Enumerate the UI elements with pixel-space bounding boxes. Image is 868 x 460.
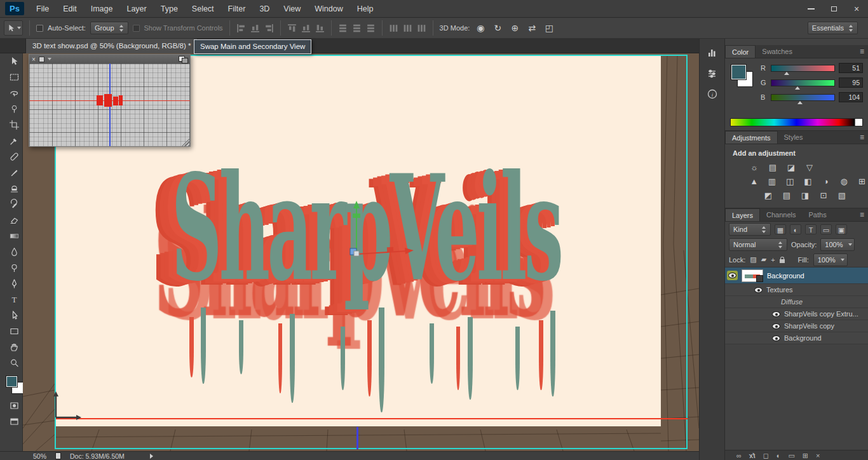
dodge-tool[interactable] <box>6 260 22 276</box>
status-options-arrow-icon[interactable] <box>150 454 153 459</box>
menu-select[interactable]: Select <box>185 0 221 18</box>
canvas-viewport[interactable]: SharpVeils <box>23 53 699 451</box>
eye-icon[interactable] <box>772 323 780 329</box>
lock-image-icon[interactable]: ▰ <box>761 255 766 264</box>
rectangular-marquee-tool[interactable] <box>6 69 22 85</box>
blend-mode-dropdown[interactable]: Normal <box>729 238 787 251</box>
red-channel-slider[interactable] <box>771 65 835 72</box>
show-transform-checkbox[interactable] <box>133 25 140 32</box>
brightness-contrast-icon[interactable]: ☼ <box>748 163 761 173</box>
menu-file[interactable]: File <box>29 0 56 18</box>
eye-icon[interactable] <box>728 273 736 278</box>
green-channel-slider[interactable] <box>771 79 835 86</box>
color-balance-icon[interactable]: ◫ <box>784 177 796 187</box>
layer-row-sharpveils-copy-extrusion[interactable]: SharpVeils copy Extru... <box>725 308 868 320</box>
layer-name[interactable]: Background <box>784 334 822 342</box>
filter-type-layers-icon[interactable]: T <box>805 224 817 234</box>
photo-filter-icon[interactable]: ◑ <box>820 177 832 187</box>
menu-help[interactable]: Help <box>350 0 381 18</box>
color-spectrum-ramp[interactable] <box>730 118 863 126</box>
gizmo-x-axis[interactable] <box>356 251 407 254</box>
gradient-map-icon[interactable]: ▧ <box>836 191 848 201</box>
opacity-dropdown[interactable]: 100% <box>820 238 855 251</box>
filter-shape-layers-icon[interactable]: ▭ <box>820 224 832 234</box>
shape-tool[interactable] <box>6 323 22 339</box>
selective-color-icon[interactable]: ⊡ <box>817 191 830 201</box>
blue-channel-slider[interactable] <box>771 94 835 101</box>
chevron-down-icon[interactable] <box>48 58 51 60</box>
eye-icon[interactable] <box>772 335 780 341</box>
menu-view[interactable]: View <box>276 0 308 18</box>
layer-row-background-texture[interactable]: Background <box>725 332 868 344</box>
layer-row-background-3d[interactable]: Background <box>725 267 868 284</box>
path-selection-tool[interactable] <box>6 308 22 323</box>
threshold-icon[interactable]: ◨ <box>799 191 811 201</box>
levels-icon[interactable]: ▤ <box>766 163 779 173</box>
screen-mode-button[interactable] <box>6 414 22 430</box>
distribute-vertical-centers-icon[interactable] <box>352 24 362 33</box>
filter-smart-objects-icon[interactable]: ▣ <box>836 224 847 234</box>
align-bottom-edges-icon[interactable] <box>315 24 325 33</box>
red-slider-thumb[interactable] <box>784 72 789 75</box>
align-horizontal-centers-icon[interactable] <box>301 24 311 33</box>
3d-move-gizmo[interactable] <box>312 198 420 262</box>
secondary-view-close-icon[interactable]: × <box>32 56 36 63</box>
zoom-tool[interactable] <box>6 355 22 371</box>
eraser-tool[interactable] <box>6 212 22 228</box>
lock-transparency-icon[interactable]: ▨ <box>750 255 756 264</box>
layer-name[interactable]: Background <box>767 272 804 280</box>
panel-foreground-swatch[interactable] <box>731 65 746 79</box>
hue-saturation-icon[interactable]: ▥ <box>766 177 778 187</box>
tab-styles[interactable]: Styles <box>778 131 810 144</box>
properties-panel-icon[interactable] <box>703 65 721 81</box>
foreground-color-swatch[interactable] <box>6 376 17 387</box>
pen-tool[interactable] <box>6 276 22 292</box>
tool-preset-picker[interactable] <box>4 20 23 36</box>
crop-tool[interactable] <box>6 117 22 133</box>
type-tool[interactable]: T <box>6 292 22 308</box>
quick-mask-button[interactable] <box>6 398 22 414</box>
add-mask-icon[interactable]: ◻ <box>763 451 769 460</box>
layer-row-sharpveils-copy[interactable]: SharpVeils copy <box>725 320 868 332</box>
gizmo-y-scale-handle[interactable] <box>353 213 360 218</box>
3d-drag-mode-icon[interactable]: ⊕ <box>508 22 521 34</box>
quick-selection-tool[interactable] <box>6 101 22 117</box>
secondary-view-window[interactable]: × <box>29 54 191 147</box>
gizmo-center-cube[interactable] <box>354 251 359 256</box>
panel-menu-icon[interactable]: ≡ <box>860 133 864 142</box>
lasso-tool[interactable] <box>6 85 22 101</box>
tab-paths[interactable]: Paths <box>803 208 833 221</box>
eye-icon[interactable] <box>754 287 763 293</box>
histogram-panel-icon[interactable] <box>703 44 721 60</box>
black-white-icon[interactable]: ◧ <box>802 177 814 187</box>
tab-channels[interactable]: Channels <box>760 208 802 221</box>
auto-select-scope-dropdown[interactable]: Group <box>90 22 128 34</box>
invert-icon[interactable]: ◩ <box>762 191 775 201</box>
menu-image[interactable]: Image <box>84 0 120 18</box>
vibrance-icon[interactable]: ▲ <box>748 177 760 187</box>
exposure-icon[interactable]: ▽ <box>803 163 816 173</box>
brush-tool[interactable] <box>6 165 22 180</box>
layer-name[interactable]: Diffuse <box>781 298 803 306</box>
link-layers-icon[interactable]: ∞ <box>736 451 742 460</box>
tab-layers[interactable]: Layers <box>725 208 760 221</box>
eyedropper-tool[interactable] <box>6 133 22 149</box>
new-adjustment-layer-icon[interactable]: ◐ <box>776 451 781 460</box>
panel-menu-icon[interactable]: ≡ <box>860 210 864 219</box>
eye-icon[interactable] <box>772 311 780 317</box>
tab-adjustments[interactable]: Adjustments <box>725 131 778 144</box>
blur-tool[interactable] <box>6 244 22 260</box>
panel-menu-icon[interactable]: ≡ <box>860 47 864 56</box>
layer-row-diffuse[interactable]: Diffuse <box>725 296 868 308</box>
zoom-level[interactable]: 50% <box>33 452 46 460</box>
3d-rotate-mode-icon[interactable]: ◉ <box>474 22 487 34</box>
posterize-icon[interactable]: ▤ <box>780 191 793 201</box>
move-tool[interactable] <box>6 53 22 69</box>
secondary-view-titlebar[interactable]: × <box>29 55 190 64</box>
distribute-top-edges-icon[interactable] <box>338 24 348 33</box>
close-button[interactable]: × <box>845 0 868 17</box>
layer-filter-kind-dropdown[interactable]: Kind <box>729 223 771 236</box>
fill-dropdown[interactable]: 100% <box>813 254 848 266</box>
visibility-badge[interactable] <box>727 271 738 280</box>
secondary-view-resize-grip[interactable] <box>182 138 190 146</box>
